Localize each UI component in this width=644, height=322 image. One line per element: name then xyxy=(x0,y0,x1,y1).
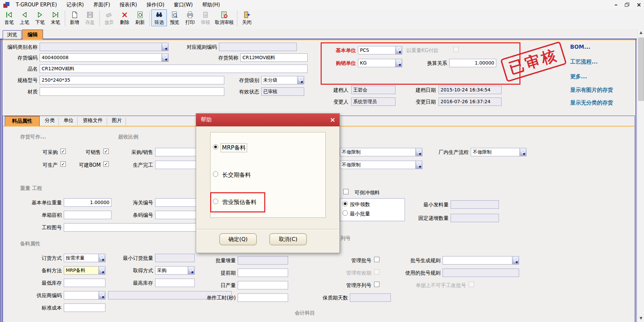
lookup-icon[interactable] xyxy=(415,148,422,156)
nav-first-icon xyxy=(5,10,13,19)
option-long-lead-radio[interactable] xyxy=(213,171,218,177)
scroll-down-icon[interactable]: ▼ xyxy=(638,315,644,322)
nav-last-icon xyxy=(51,10,60,19)
close-button[interactable]: 关闭 xyxy=(239,9,255,26)
sellable-checkbox[interactable]: ✓ xyxy=(103,149,109,154)
new-button[interactable]: 新增 xyxy=(67,9,82,26)
item-code-field[interactable]: 400400008 xyxy=(40,53,169,62)
last-record-button[interactable]: 末笔 xyxy=(48,9,63,26)
more-link[interactable]: 更多... xyxy=(570,73,587,80)
min-stock-field[interactable] xyxy=(64,279,105,287)
subtab-units[interactable]: 单位 xyxy=(60,117,78,125)
lead-field[interactable] xyxy=(238,269,288,277)
subtab-classify[interactable]: 分类 xyxy=(41,117,59,125)
option-mrp-radio[interactable] xyxy=(213,144,218,150)
daily-field[interactable] xyxy=(238,281,288,289)
menu-record[interactable]: 记录(R) xyxy=(62,1,89,9)
process-flow-link[interactable]: 工艺流程... xyxy=(570,58,598,66)
manage-serial-checkbox[interactable] xyxy=(374,282,379,287)
lookup-icon[interactable] xyxy=(188,267,194,274)
limit1-field[interactable]: 不做限制 xyxy=(340,148,422,156)
std-cost-field[interactable] xyxy=(64,304,105,312)
cancel-audit-button[interactable]: 取消审核 xyxy=(213,9,235,26)
audit-button[interactable]: 审核 xyxy=(198,9,213,26)
limit2-field[interactable]: 不做限制 xyxy=(340,161,422,169)
preview-button[interactable]: 预览 xyxy=(167,9,182,26)
next-record-button[interactable]: 下笔 xyxy=(32,9,48,26)
menu-app-title[interactable]: T-GROUP ERP(E) xyxy=(11,1,62,9)
manage-batch-checkbox[interactable] xyxy=(374,257,379,262)
prev-record-button[interactable]: 上笔 xyxy=(17,9,32,26)
supplier-field[interactable] xyxy=(64,291,105,299)
producible-checkbox[interactable]: ✓ xyxy=(60,161,66,167)
vertical-scrollbar[interactable]: ▲ ▼ xyxy=(637,29,644,322)
option-long-lead-label[interactable]: 长交期备料 xyxy=(222,171,251,179)
eraser-icon xyxy=(105,10,113,19)
show-unclassified-link[interactable]: 显示无分类的存货 xyxy=(570,99,613,107)
restore-icon[interactable] xyxy=(625,3,629,7)
scrollbar-thumb[interactable] xyxy=(638,38,644,101)
backflush-checkbox[interactable] xyxy=(343,189,349,194)
lookup-icon[interactable] xyxy=(415,161,422,169)
lookup-icon[interactable] xyxy=(519,148,526,156)
lookup-icon[interactable] xyxy=(162,54,168,62)
order-mode-field[interactable]: 按需求量 xyxy=(64,254,105,262)
menu-report[interactable]: 报表(R) xyxy=(115,1,142,9)
bom-link[interactable]: BOM... xyxy=(570,44,590,50)
subtab-attributes[interactable]: 料品属性 xyxy=(5,116,40,126)
print-button[interactable]: 打印 xyxy=(182,9,198,26)
by-request-radio[interactable] xyxy=(342,201,348,206)
dialog-close-icon[interactable]: × xyxy=(330,116,335,124)
menu-operation[interactable]: 操作(O) xyxy=(142,1,169,9)
scroll-up-icon[interactable]: ▲ xyxy=(638,29,644,36)
dialog-title-bar[interactable]: 帮助 × xyxy=(196,114,339,126)
menu-help[interactable]: 帮助(H) xyxy=(197,1,225,9)
item-abbr-field[interactable]: CR12MOV精料 xyxy=(240,53,308,62)
discard-button[interactable]: 放弃 xyxy=(101,9,117,26)
max-stock-field[interactable] xyxy=(155,279,195,287)
subtab-qualification[interactable]: 资格文件 xyxy=(79,117,107,125)
batch-rule-field[interactable] xyxy=(443,256,519,265)
ok-button[interactable]: 确定(Q) xyxy=(219,233,257,245)
first-record-button[interactable]: 首笔 xyxy=(1,9,17,26)
level-field[interactable]: 未分级 xyxy=(261,76,304,84)
stock-method-field[interactable]: MRP备料 xyxy=(64,266,105,275)
manage-validity-checkbox[interactable] xyxy=(374,269,379,275)
factory-flow-field[interactable]: 不做限制 xyxy=(471,148,526,156)
tab-browse[interactable]: 浏览 xyxy=(3,30,21,39)
rule-code-field[interactable] xyxy=(219,43,297,51)
tab-edit[interactable]: 编辑 xyxy=(22,30,43,39)
lookup-icon[interactable] xyxy=(98,267,105,274)
lookup-icon[interactable] xyxy=(162,43,168,51)
subtab-images[interactable]: 图片 xyxy=(108,117,126,125)
item-name-field[interactable]: CR12MOV精料 xyxy=(40,65,308,73)
show-with-images-link[interactable]: 显示有图片的存货 xyxy=(570,87,613,94)
lookup-icon[interactable] xyxy=(98,291,105,299)
option-mrp-label[interactable]: MRP备料 xyxy=(221,144,247,152)
purchasable-checkbox[interactable]: ✓ xyxy=(60,149,66,154)
bomable-checkbox[interactable]: ✓ xyxy=(103,161,109,167)
lookup-icon[interactable] xyxy=(297,76,304,84)
spec-field[interactable]: 250*240*35 xyxy=(40,76,224,84)
base-weight-field[interactable]: 1.00000 xyxy=(64,198,111,207)
minimize-icon[interactable]: – xyxy=(614,1,617,8)
filter-button[interactable]: 筛选 xyxy=(151,9,167,26)
menu-window[interactable]: 窗口(W) xyxy=(169,1,198,9)
save-button[interactable]: 存盘 xyxy=(82,9,98,26)
obtain-field[interactable]: 采购 xyxy=(155,266,195,275)
material-field[interactable] xyxy=(40,87,224,96)
lookup-icon[interactable] xyxy=(512,256,519,264)
cancel-button[interactable]: 取消(C) xyxy=(269,233,307,245)
code-type-field[interactable] xyxy=(40,43,169,51)
purchasable-label: 可采购 xyxy=(34,149,58,156)
box-volume-field[interactable] xyxy=(64,211,111,219)
menu-interface[interactable]: 界面(F) xyxy=(89,1,115,9)
min-batch-radio[interactable] xyxy=(342,210,348,216)
refresh-button[interactable]: 刷新 xyxy=(132,9,148,26)
delete-button[interactable]: × 删除 xyxy=(117,9,132,26)
unit-time-field[interactable] xyxy=(238,293,288,302)
lookup-icon[interactable] xyxy=(98,254,105,262)
close-window-icon[interactable]: × xyxy=(637,1,641,8)
dialog-title: 帮助 xyxy=(201,116,212,123)
no-manual-batch-checkbox[interactable] xyxy=(469,282,474,287)
